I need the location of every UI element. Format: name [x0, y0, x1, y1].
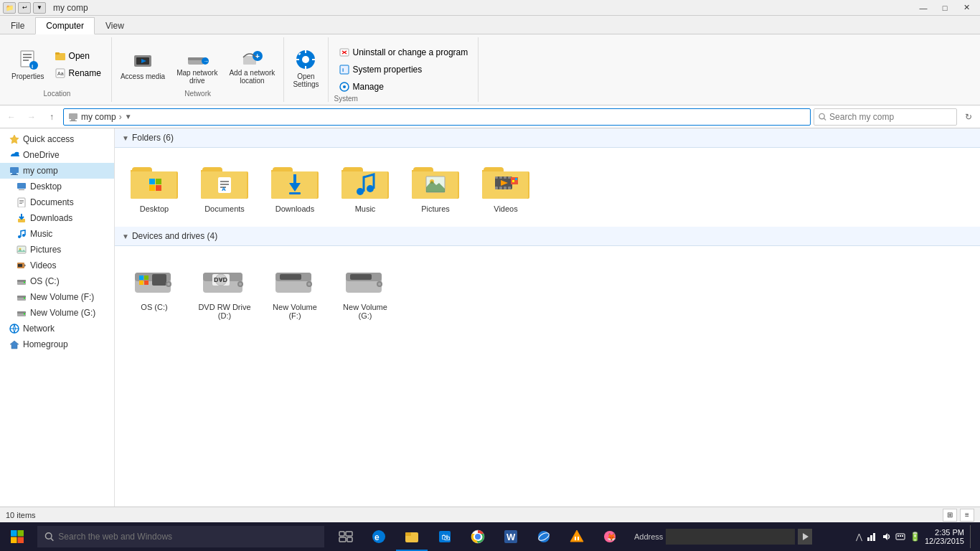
ribbon-tabs: File Computer View	[0, 16, 980, 34]
sidebar-item-pictures[interactable]: Pictures	[7, 242, 114, 258]
taskbar-search-input[interactable]	[58, 532, 317, 542]
system-props-icon: i	[339, 64, 350, 75]
sidebar-item-videos[interactable]: Videos	[7, 258, 114, 273]
clock-time: 2:35 PM	[925, 528, 964, 537]
clock[interactable]: 2:35 PM 12/23/2015	[925, 528, 964, 545]
svg-line-126	[51, 538, 53, 540]
address-path[interactable]: my comp › ▼	[63, 108, 811, 126]
tab-computer[interactable]: Computer	[35, 17, 95, 34]
folder-music[interactable]: Music	[333, 155, 397, 220]
svg-point-63	[24, 314, 25, 315]
path-dropdown[interactable]: ▼	[125, 113, 132, 121]
ribbon-group-location: i Properties Open	[3, 37, 112, 102]
open-settings-button[interactable]: OpenSettings	[290, 47, 321, 90]
taskbar-word[interactable]: W	[495, 522, 527, 551]
drive-nvg-label: New Volume (G:)	[336, 303, 394, 320]
folder-videos[interactable]: Videos	[473, 155, 538, 220]
drive-new-vol-g[interactable]: New Volume (G:)	[333, 253, 397, 326]
taskbar-store[interactable]: 🛍	[429, 522, 461, 551]
folder-pictures[interactable]: Pictures	[403, 155, 468, 220]
start-button[interactable]	[0, 522, 34, 551]
address-bar: ← → ↑ my comp › ▼ ↻	[0, 105, 980, 128]
network-tray-icon[interactable]	[867, 532, 877, 542]
taskbar-search[interactable]	[37, 526, 324, 547]
folder-downloads-label: Downloads	[275, 204, 314, 213]
sidebar-item-os-c[interactable]: OS (C:)	[7, 273, 114, 289]
sidebar-item-music[interactable]: Music	[7, 226, 114, 242]
folder-downloads[interactable]: Downloads	[263, 155, 327, 220]
refresh-button[interactable]: ↻	[960, 108, 977, 126]
sidebar-item-documents[interactable]: Documents	[7, 194, 114, 210]
sidebar-item-new-vol-f[interactable]: New Volume (F:)	[7, 289, 114, 305]
search-input[interactable]	[829, 112, 952, 122]
sidebar-item-new-vol-g[interactable]: New Volume (G:)	[7, 305, 114, 321]
taskbar-chrome[interactable]	[462, 522, 494, 551]
minimize-button[interactable]: —	[913, 0, 934, 16]
drive-os-c[interactable]: OS (C:)	[122, 253, 187, 326]
taskbar-extra[interactable]: 🦊	[594, 522, 626, 551]
tray-arrow[interactable]: ⋀	[856, 532, 862, 542]
svg-rect-24	[296, 59, 299, 60]
properties-button[interactable]: i Properties	[9, 47, 47, 82]
access-media-icon	[131, 48, 154, 71]
sidebar-item-homegroup[interactable]: Homegroup	[0, 336, 114, 352]
drive-new-vol-f[interactable]: New Volume (F:)	[263, 253, 327, 326]
quick-access-icon-2[interactable]: ↩	[18, 2, 31, 14]
list-toggle[interactable]: ≡	[960, 509, 974, 522]
videos-icon	[16, 260, 27, 271]
rename-button[interactable]: Aa Rename	[50, 65, 105, 81]
svg-text:🛍: 🛍	[441, 532, 450, 542]
open-icon	[55, 50, 66, 62]
drive-nvf-icon	[270, 260, 320, 300]
path-mycomp: my comp	[81, 112, 116, 122]
tab-file[interactable]: File	[0, 17, 35, 34]
large-icons-toggle[interactable]: ⊞	[943, 509, 957, 522]
access-media-button[interactable]: Access media	[118, 47, 168, 82]
close-button[interactable]: ✕	[956, 0, 977, 16]
uninstall-icon	[339, 47, 350, 58]
svg-rect-154	[897, 535, 899, 537]
taskbar-vlc[interactable]	[561, 522, 593, 551]
sidebar-item-network[interactable]: Network	[0, 321, 114, 336]
window-title: my comp	[53, 3, 88, 13]
system-props-button[interactable]: i System properties	[334, 62, 473, 77]
up-button[interactable]: ↑	[43, 108, 60, 126]
search-box[interactable]	[814, 108, 957, 126]
sidebar-item-onedrive[interactable]: OneDrive	[0, 147, 114, 163]
back-button[interactable]: ←	[3, 108, 20, 126]
map-drive-button[interactable]: → Map networkdrive	[174, 43, 220, 86]
sidebar-item-mycomp[interactable]: my comp	[0, 163, 114, 179]
volume-icon[interactable]	[881, 532, 891, 542]
sidebar-item-downloads[interactable]: Downloads	[7, 210, 114, 226]
folder-desktop[interactable]: Desktop	[122, 155, 187, 220]
taskbar-edge[interactable]: e	[363, 522, 395, 551]
uninstall-button[interactable]: Uninstall or change a program	[334, 44, 473, 60]
address-input[interactable]	[666, 529, 795, 545]
taskbar-explorer[interactable]	[396, 522, 428, 551]
add-network-button[interactable]: + Add a networklocation	[226, 43, 278, 86]
tab-view[interactable]: View	[95, 17, 135, 34]
sidebar-item-quick-access[interactable]: Quick access	[0, 131, 114, 147]
svg-point-31	[343, 85, 346, 88]
maximize-button[interactable]: □	[934, 0, 956, 16]
forward-button[interactable]: →	[23, 108, 40, 126]
address-go-button[interactable]	[798, 529, 812, 545]
taskbar-ie[interactable]	[528, 522, 560, 551]
taskbar-task-view[interactable]	[330, 522, 362, 551]
sidebar-item-desktop[interactable]: Desktop	[7, 179, 114, 194]
drive-dvd[interactable]: DVD DVD RW Drive (D:)	[192, 253, 257, 326]
show-desktop[interactable]	[970, 525, 974, 548]
svg-rect-50	[17, 246, 26, 253]
svg-rect-97	[144, 276, 149, 280]
keyboard-icon[interactable]	[895, 532, 905, 542]
manage-button[interactable]: Manage	[334, 79, 473, 95]
folders-section-header[interactable]: ▼ Folders (6)	[115, 128, 980, 148]
drives-section-header[interactable]: ▼ Devices and drives (4)	[115, 227, 980, 246]
quick-access-icon-1[interactable]: 📁	[3, 2, 16, 14]
folder-documents[interactable]: A Documents	[192, 155, 257, 220]
homegroup-label: Homegroup	[23, 339, 68, 349]
open-button[interactable]: Open	[50, 48, 105, 64]
svg-rect-25	[312, 59, 315, 60]
svg-point-125	[45, 533, 52, 540]
quick-access-icon-3[interactable]: ▼	[33, 2, 46, 14]
